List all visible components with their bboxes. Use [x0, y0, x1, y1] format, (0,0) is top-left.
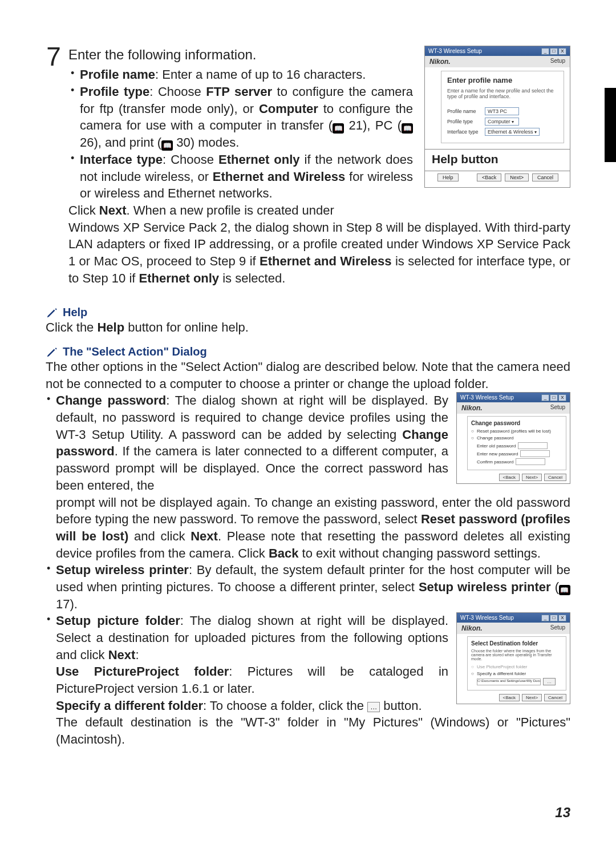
pencil-icon	[46, 346, 58, 358]
maximize-icon[interactable]: □	[550, 48, 558, 55]
old-password-field[interactable]: Enter old password	[477, 442, 562, 449]
folder-path-field[interactable]: C:\Documents and Settings\user\My Docume…	[477, 678, 562, 685]
page-ref-icon: 📖	[402, 123, 413, 134]
step7-block: 7 Enter the following information. Profi…	[46, 46, 570, 219]
next-button[interactable]: Next>	[522, 694, 542, 701]
help-button-callout: Help button Help <Back Next> Cancel	[424, 149, 570, 188]
window-controls[interactable]: _□X	[541, 47, 566, 55]
window-controls[interactable]: _□X	[541, 614, 566, 621]
window-title-bar: WT-3 Wireless Setup _□X	[425, 46, 570, 56]
bullet-profile-type: Profile type: Choose FTP server to confi…	[68, 83, 413, 151]
specify-folder-radio[interactable]: Specify a different folder	[471, 671, 562, 676]
use-pp-folder-radio[interactable]: Use PictureProject folder	[471, 664, 562, 669]
pencil-icon	[46, 306, 58, 319]
profile-type-field[interactable]: Profile typeComputer	[447, 118, 558, 126]
dialog-heading: Change password	[471, 420, 562, 426]
setup-logo: Setup	[550, 58, 565, 66]
profile-name-field[interactable]: Profile nameWT3 PC	[447, 107, 558, 115]
bullet-setup-picture-folder: Setup picture folder: The dialog shown a…	[46, 612, 448, 663]
document-page: 7 Enter the following information. Profi…	[0, 0, 616, 848]
cancel-button[interactable]: Cancel	[544, 694, 566, 701]
step-number: 7	[46, 43, 62, 70]
select-action-intro: The other options in the "Select Action"…	[46, 358, 570, 392]
help-note-body: Click the Help button for online help.	[46, 319, 570, 336]
change-password-radio[interactable]: Change password	[471, 435, 562, 441]
reset-password-radio[interactable]: Reset password (profiles will be lost)	[471, 429, 562, 434]
back-button[interactable]: <Back	[499, 694, 520, 701]
back-button[interactable]: <Back	[499, 474, 520, 481]
window-title-bar: WT-3 Wireless Setup _□X	[457, 393, 570, 402]
screenshot-enter-profile: WT-3 Wireless Setup _□X Nikon. Setup Ent…	[424, 46, 570, 188]
step-after-text-part1: Click Next. When a new profile is create…	[68, 202, 413, 219]
page-ref-icon: 📖	[161, 140, 173, 151]
dialog-heading: Select Destination folder	[471, 640, 562, 647]
bullet-setup-printer: Setup wireless printer: By default, the …	[46, 562, 570, 612]
bullet-change-password: Change password: The dialog shown at rig…	[46, 392, 448, 494]
brand-bar: Nikon.Setup	[457, 623, 570, 634]
bullet-profile-name: Profile name: Enter a name of up to 16 c…	[68, 66, 413, 83]
window-controls[interactable]: _□X	[541, 394, 566, 401]
page-number: 13	[555, 805, 570, 821]
cancel-button[interactable]: Cancel	[532, 173, 558, 181]
page-ref-icon: 📖	[333, 123, 344, 134]
default-destination-text: The default destination is the "WT-3" fo…	[46, 714, 570, 748]
confirm-password-field[interactable]: Confirm password	[477, 458, 562, 465]
b

-change-password-cont: prompt will not be displayed again. To c…	[46, 494, 570, 562]
step-after-text-part2: Windows XP Service Pack 2, the dialog sh…	[68, 219, 570, 287]
browse-button-icon[interactable]: …	[367, 702, 380, 712]
side-tab	[605, 88, 616, 162]
use-pictureproject-text: Use PictureProject folder: Pictures will…	[46, 663, 448, 697]
brand-bar: Nikon.Setup	[457, 402, 570, 414]
step-title: Enter the following information.	[68, 46, 413, 64]
page-ref-icon: 📖	[559, 585, 570, 595]
interface-type-field[interactable]: Interface typeEthernet & Wireless	[447, 128, 558, 136]
dialog-subtext: Choose the folder where the images from …	[471, 649, 562, 661]
help-note-heading: Help	[46, 306, 570, 319]
close-icon[interactable]: X	[558, 48, 566, 55]
bullet-interface-type: Interface type: Choose Ethernet only if …	[68, 151, 413, 202]
specify-folder-text: Specify a different folder: To choose a …	[46, 697, 448, 714]
dialog-subtext: Enter a name for the new profile and sel…	[447, 88, 558, 99]
screenshot-select-destination: WT-3 Wireless Setup _□X Nikon.Setup Sele…	[456, 612, 570, 704]
next-button[interactable]: Next>	[505, 173, 529, 181]
browse-button[interactable]: …	[543, 678, 556, 685]
brand-bar: Nikon. Setup	[425, 56, 570, 67]
back-button[interactable]: <Back	[477, 173, 501, 181]
new-password-field[interactable]: Enter new password	[477, 450, 562, 457]
window-title-bar: WT-3 Wireless Setup _□X	[457, 613, 570, 623]
screenshot-change-password: WT-3 Wireless Setup _□X Nikon.Setup Chan…	[456, 392, 570, 484]
select-action-heading: The "Select Action" Dialog	[46, 345, 570, 358]
minimize-icon[interactable]: _	[541, 48, 549, 55]
cancel-button[interactable]: Cancel	[544, 474, 566, 481]
help-button[interactable]: Help	[437, 173, 459, 181]
next-button[interactable]: Next>	[522, 474, 542, 481]
dialog-heading: Enter profile name	[447, 76, 558, 84]
